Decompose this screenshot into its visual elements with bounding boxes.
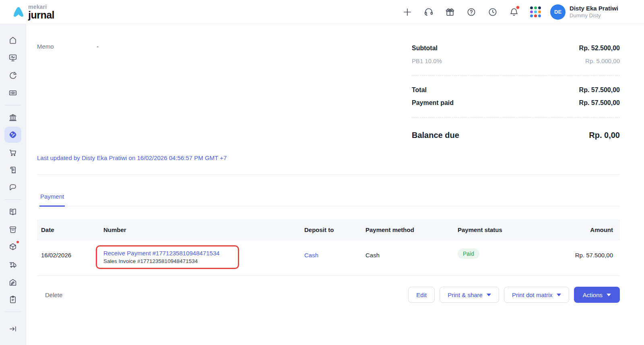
payment-paid-label: Payment paid <box>412 99 454 107</box>
deposit-to-link[interactable]: Cash <box>304 252 318 259</box>
brand-mekari: mekari <box>28 4 54 10</box>
clock-icon[interactable] <box>487 6 498 18</box>
sidebar-item-chat[interactable] <box>4 179 21 195</box>
gift-icon[interactable] <box>444 6 456 18</box>
sidebar-item-products[interactable] <box>4 239 21 255</box>
print-share-label: Print & share <box>448 292 483 298</box>
subtotal-label: Subtotal <box>412 45 438 52</box>
tax-label: PB1 10.0% <box>412 58 442 64</box>
payment-method-value: Cash <box>365 245 458 269</box>
total-value: Rp. 57.500,00 <box>579 86 620 94</box>
balance-due-value: Rp. 0,00 <box>589 131 620 140</box>
sidebar-item-purchases[interactable] <box>4 144 21 160</box>
sidebar-item-bank[interactable] <box>4 109 21 125</box>
mekari-logo-icon <box>11 5 26 19</box>
payment-table: Date Number Deposit to Payment method Pa… <box>37 220 620 276</box>
payment-paid-value: Rp. 57.500,00 <box>579 99 620 107</box>
totals-panel: Subtotal Rp. 52.500,00 PB1 10.0% Rp. 5.0… <box>412 42 620 143</box>
sidebar-item-ledger[interactable] <box>4 204 21 220</box>
status-badge: Paid <box>458 248 479 259</box>
tab-payment[interactable]: Payment <box>39 190 65 207</box>
print-share-button[interactable]: Print & share <box>440 287 499 303</box>
col-header-number: Number <box>103 226 304 233</box>
table-header: Date Number Deposit to Payment method Pa… <box>37 220 620 240</box>
sidebar-item-audit[interactable] <box>4 292 21 308</box>
user-menu[interactable]: DE Disty Eka Pratiwi Dummy Disty <box>550 4 618 20</box>
col-header-deposit-to: Deposit to <box>304 226 365 233</box>
sidebar-item-cash[interactable] <box>4 85 21 101</box>
sidebar-item-reports[interactable] <box>4 67 21 83</box>
memo-row: Memo - <box>37 42 99 50</box>
col-header-payment-method: Payment method <box>365 226 458 233</box>
plus-icon[interactable] <box>402 6 413 18</box>
receive-payment-link[interactable]: Receive Payment #1771235810948471534 <box>103 250 231 257</box>
footer-actions: Delete Edit Print & share Print dot matr… <box>37 287 620 303</box>
collapse-sidebar-icon[interactable] <box>4 321 21 337</box>
tabs-bar: Payment <box>37 190 620 206</box>
sales-invoice-ref: Sales Invoice #1771235810948471534 <box>103 258 231 264</box>
main-content: Memo - Subtotal Rp. 52.500,00 PB1 10.0% … <box>26 24 644 345</box>
products-badge <box>16 240 20 244</box>
print-dot-matrix-label: Print dot matrix <box>512 292 553 298</box>
notification-dot <box>516 5 520 10</box>
memo-value: - <box>97 43 99 50</box>
sidebar-item-warehouse[interactable] <box>4 274 21 290</box>
user-subtitle: Dummy Disty <box>570 12 618 19</box>
annotation-highlight-box: Receive Payment #1771235810948471534 Sal… <box>96 245 239 269</box>
top-header: mekari jurnal <box>0 0 644 24</box>
sidebar-item-assets[interactable] <box>4 222 21 238</box>
sidebar-item-home[interactable] <box>4 32 21 48</box>
edit-button[interactable]: Edit <box>408 287 435 303</box>
mekari-jurnal-logo[interactable]: mekari jurnal <box>11 4 54 20</box>
sidebar-item-deliveries[interactable] <box>4 257 21 273</box>
sidebar-item-dashboard[interactable] <box>4 50 21 66</box>
col-header-payment-status: Payment status <box>458 226 554 233</box>
amount-value: Rp. 57.500,00 <box>554 245 620 269</box>
dashed-divider <box>412 117 620 118</box>
last-updated-link[interactable]: Last updated by Disty Eka Pratiwi on 16/… <box>37 154 227 161</box>
sidebar-item-sales[interactable] <box>4 127 21 143</box>
dashed-divider <box>412 75 620 76</box>
delete-button[interactable]: Delete <box>45 292 62 298</box>
sidebar-divider <box>5 105 21 105</box>
actions-button[interactable]: Actions <box>574 287 620 303</box>
sidebar <box>0 24 26 345</box>
sidebar-divider <box>5 199 21 200</box>
row-date: 16/02/2026 <box>37 245 103 269</box>
balance-due-label: Balance due <box>412 131 459 140</box>
help-icon[interactable] <box>466 6 477 18</box>
actions-button-label: Actions <box>583 292 603 298</box>
sidebar-item-expenses[interactable] <box>4 162 21 178</box>
memo-label: Memo <box>37 43 97 50</box>
bell-icon[interactable] <box>508 6 520 18</box>
brand-jurnal: jurnal <box>28 10 54 20</box>
total-label: Total <box>412 86 427 94</box>
subtotal-value: Rp. 52.500,00 <box>579 45 620 52</box>
apps-grid-icon[interactable] <box>530 6 541 18</box>
chevron-down-icon <box>557 294 561 296</box>
avatar: DE <box>550 4 566 20</box>
chevron-down-icon <box>487 294 491 296</box>
tax-value: Rp. 5.000,00 <box>585 58 620 64</box>
sidebar-divider <box>5 312 21 312</box>
print-dot-matrix-button[interactable]: Print dot matrix <box>504 287 569 303</box>
col-header-amount: Amount <box>554 226 620 233</box>
headset-icon[interactable] <box>423 6 434 18</box>
table-row: 16/02/2026 Receive Payment #177123581094… <box>37 240 620 276</box>
section-divider <box>37 175 620 175</box>
edit-button-label: Edit <box>416 292 427 298</box>
chevron-down-icon <box>607 294 611 296</box>
col-header-date: Date <box>37 226 103 233</box>
user-name: Disty Eka Pratiwi <box>570 4 618 12</box>
